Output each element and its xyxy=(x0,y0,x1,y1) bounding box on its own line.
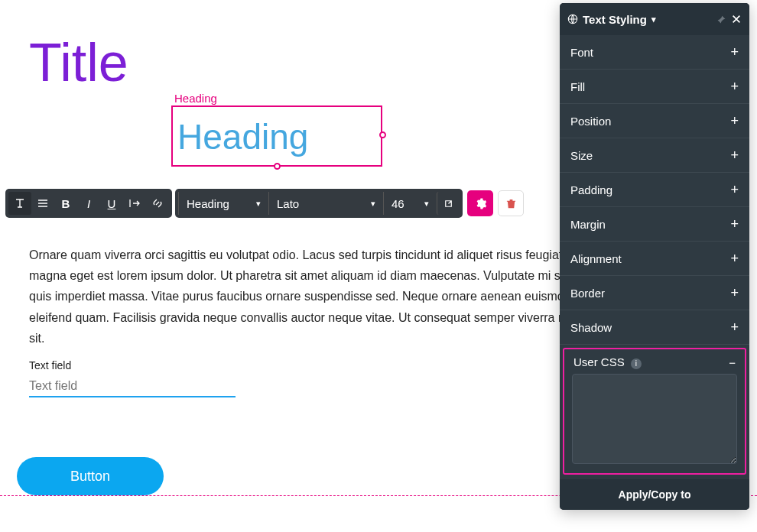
toolbar-group-format: B I U xyxy=(5,189,172,218)
panel-header[interactable]: Text Styling ▾ xyxy=(560,3,749,35)
text-style-icon[interactable] xyxy=(8,192,31,215)
section-label: Margin xyxy=(570,218,606,231)
indent-icon[interactable] xyxy=(123,192,146,215)
settings-button[interactable] xyxy=(467,190,493,216)
section-alignment[interactable]: Alignment + xyxy=(560,242,749,276)
close-icon[interactable] xyxy=(731,14,742,24)
font-size-value: 46 xyxy=(391,197,404,210)
pin-icon[interactable] xyxy=(716,15,726,24)
user-css-header[interactable]: User CSS i − xyxy=(564,349,745,374)
expand-icon: + xyxy=(730,113,739,129)
section-padding[interactable]: Padding + xyxy=(560,173,749,207)
expand-icon: + xyxy=(730,251,739,267)
text-toolbar: B I U Heading ▾ Lato ▾ 46 ▾ xyxy=(5,189,524,218)
chevron-down-icon[interactable]: ▾ xyxy=(651,15,656,24)
section-label: Shadow xyxy=(570,321,612,334)
section-margin[interactable]: Margin + xyxy=(560,207,749,242)
underline-button[interactable]: U xyxy=(100,192,123,215)
user-css-label: User CSS xyxy=(573,355,625,368)
section-shadow[interactable]: Shadow + xyxy=(560,310,749,345)
text-field-label: Text field xyxy=(29,359,71,371)
chevron-down-icon: ▾ xyxy=(424,199,429,209)
expand-icon: + xyxy=(730,320,739,336)
chevron-down-icon: ▾ xyxy=(371,199,375,209)
button-element[interactable]: Button xyxy=(17,457,164,495)
section-label: Font xyxy=(570,46,593,59)
resize-handle-right[interactable] xyxy=(379,131,386,138)
bold-button[interactable]: B xyxy=(54,192,77,215)
apply-copy-button[interactable]: Apply/Copy to xyxy=(560,479,749,510)
font-size-dropdown[interactable]: 46 ▾ xyxy=(383,192,437,215)
text-field-input[interactable] xyxy=(29,376,236,397)
toolbar-group-typography: Heading ▾ Lato ▾ 46 ▾ xyxy=(175,189,463,218)
title-element[interactable]: Title xyxy=(29,32,128,93)
selection-label: Heading xyxy=(174,92,217,105)
section-label: Size xyxy=(570,149,593,162)
resize-handle-bottom[interactable] xyxy=(274,163,281,170)
section-label: Fill xyxy=(570,80,585,93)
section-size[interactable]: Size + xyxy=(560,138,749,173)
delete-button[interactable] xyxy=(498,190,524,216)
section-border[interactable]: Border + xyxy=(560,276,749,310)
expand-icon: + xyxy=(730,182,739,198)
collapse-icon: − xyxy=(729,356,736,369)
panel-footer-label: Apply/Copy to xyxy=(619,488,691,501)
expand-icon: + xyxy=(730,44,739,60)
section-label: Border xyxy=(570,287,605,300)
expand-icon: + xyxy=(730,148,739,164)
heading-element[interactable]: Heading xyxy=(177,116,308,157)
section-position[interactable]: Position + xyxy=(560,104,749,138)
expand-icon: + xyxy=(730,79,739,95)
font-family-value: Lato xyxy=(277,197,299,210)
link-icon[interactable] xyxy=(146,192,169,215)
align-icon[interactable] xyxy=(31,192,54,215)
italic-button[interactable]: I xyxy=(77,192,100,215)
section-label: Position xyxy=(570,115,611,128)
section-fill[interactable]: Fill + xyxy=(560,70,749,104)
globe-icon xyxy=(567,14,578,24)
button-label: Button xyxy=(70,469,110,485)
text-style-value: Heading xyxy=(187,197,229,210)
chevron-down-icon: ▾ xyxy=(256,199,261,209)
user-css-section: User CSS i − xyxy=(563,348,746,475)
expand-icon: + xyxy=(730,216,739,232)
open-external-icon[interactable] xyxy=(437,192,460,215)
user-css-textarea[interactable] xyxy=(572,374,737,464)
text-style-dropdown[interactable]: Heading ▾ xyxy=(178,192,268,215)
section-font[interactable]: Font + xyxy=(560,35,749,70)
style-panel: Text Styling ▾ Font + Fill + Position + … xyxy=(560,3,749,510)
section-label: Padding xyxy=(570,183,612,196)
section-label: Alignment xyxy=(570,252,622,265)
panel-title: Text Styling xyxy=(583,13,647,26)
info-icon[interactable]: i xyxy=(631,358,642,369)
font-family-dropdown[interactable]: Lato ▾ xyxy=(268,192,383,215)
expand-icon: + xyxy=(730,285,739,301)
